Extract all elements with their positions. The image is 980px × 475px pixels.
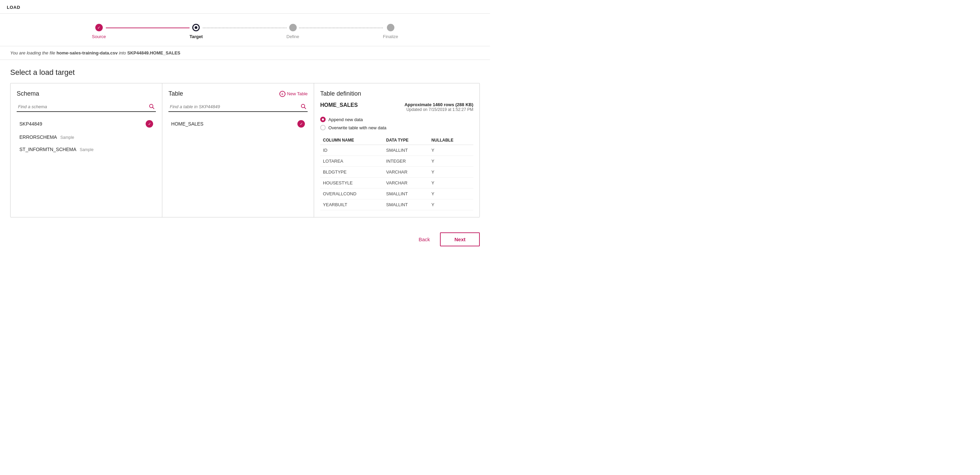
table-definition-title: Table definition [320,90,473,97]
back-button[interactable]: Back [413,234,435,245]
info-filename: home-sales-training-data.csv [56,50,118,56]
step-target-label: Target [189,34,203,39]
schema-search-icon [149,104,154,111]
svg-line-3 [305,107,306,108]
table-def-rows: Approximate 1460 rows (288 KB) [404,102,473,107]
radio-append-circle [320,117,326,122]
table-panel: Table + New Table HOME_SALES [162,83,314,217]
col-cell-type: SMALLINT [383,199,429,210]
stepper: ✓ Source Target Define Finalize [92,24,398,39]
step-target-dot [195,26,197,29]
table-row: BLDGTYPEVARCHARY [320,167,473,178]
col-cell-type: SMALLINT [383,145,429,156]
info-text-middle: into [118,50,127,56]
step-finalize: Finalize [383,24,398,39]
page-title: LOAD [7,5,20,10]
step-target: Target [189,24,203,39]
table-panel-title: Table [169,90,183,97]
table-definition-panel: Table definition HOME_SALES Approximate … [314,83,479,217]
col-cell-type: SMALLINT [383,189,429,199]
table-row: OVERALLCONDSMALLINTY [320,189,473,199]
col-cell-type: INTEGER [383,156,429,167]
table-search-container[interactable] [169,102,308,112]
schema-item-st-informtn-label: ST_INFORMTN_SCHEMA Sample [19,147,94,152]
table-panel-header: Table + New Table [169,90,308,97]
col-cell-name: HOUSESTYLE [320,178,383,189]
col-header-name: COLUMN NAME [320,136,383,145]
table-def-header: HOME_SALES Approximate 1460 rows (288 KB… [320,102,473,112]
col-cell-nullable: Y [429,156,473,167]
table-item-home-sales-label: HOME_SALES [171,121,204,127]
section-title: Select a load target [10,68,480,77]
step-finalize-circle [387,24,395,31]
step-line-1 [106,27,189,28]
info-bar: You are loading the file home-sales-trai… [0,46,490,60]
schema-panel: Schema SKP44849 ✓ ER [11,83,162,217]
footer-buttons: Back Next [0,226,490,253]
table-row: HOUSESTYLEVARCHARY [320,178,473,189]
table-row: IDSMALLINTY [320,145,473,156]
col-cell-name: BLDGTYPE [320,167,383,178]
step-target-circle [192,24,200,31]
radio-append[interactable]: Append new data [320,117,473,122]
svg-line-1 [153,107,154,108]
plus-icon: + [279,91,285,97]
step-source-label: Source [92,34,106,39]
step-define-circle [289,24,297,31]
new-table-button[interactable]: + New Table [279,91,308,97]
new-table-label: New Table [287,91,308,96]
table-row: YEARBUILTSMALLINTY [320,199,473,210]
col-header-nullable: NULLABLE [429,136,473,145]
col-cell-nullable: Y [429,145,473,156]
col-cell-name: OVERALLCOND [320,189,383,199]
schema-panel-header: Schema [17,90,156,97]
step-finalize-label: Finalize [383,34,398,39]
radio-overwrite-circle [320,125,326,130]
radio-overwrite[interactable]: Overwrite table with new data [320,125,473,130]
schema-item-errorschema-label: ERRORSCHEMA Sample [19,134,74,140]
stepper-container: ✓ Source Target Define Finalize [0,14,490,46]
load-options-group: Append new data Overwrite table with new… [320,117,473,130]
schema-search-input[interactable] [17,102,156,112]
step-define: Define [286,24,299,39]
columns-table: COLUMN NAME DATA TYPE NULLABLE IDSMALLIN… [320,136,473,210]
table-def-name: HOME_SALES [320,102,358,108]
table-item-home-sales-check: ✓ [298,120,305,128]
col-cell-type: VARCHAR [383,178,429,189]
radio-overwrite-label: Overwrite table with new data [328,125,387,130]
radio-append-label: Append new data [328,117,363,122]
schema-item-skp44849[interactable]: SKP44849 ✓ [17,117,156,131]
page-header: LOAD [0,0,490,14]
step-line-2 [203,27,286,28]
schema-item-st-informtn[interactable]: ST_INFORMTN_SCHEMA Sample [17,143,156,156]
info-text-prefix: You are loading the file [10,50,56,56]
schema-search-container[interactable] [17,102,156,112]
table-item-home-sales[interactable]: HOME_SALES ✓ [169,117,308,131]
table-row: LOTAREAINTEGERY [320,156,473,167]
next-button[interactable]: Next [440,232,480,246]
step-line-3 [299,27,383,28]
col-header-type: DATA TYPE [383,136,429,145]
schema-item-skp44849-label: SKP44849 [19,121,42,127]
schema-item-errorschema[interactable]: ERRORSCHEMA Sample [17,131,156,143]
col-cell-nullable: Y [429,178,473,189]
table-def-meta: Approximate 1460 rows (288 KB) Updated o… [404,102,473,112]
panel-container: Schema SKP44849 ✓ ER [10,83,480,218]
col-cell-type: VARCHAR [383,167,429,178]
schema-item-skp44849-check: ✓ [146,120,153,128]
table-search-icon [301,104,306,111]
step-define-label: Define [286,34,299,39]
col-cell-name: LOTAREA [320,156,383,167]
table-def-updated: Updated on 7/15/2019 at 1:52:27 PM [404,107,473,112]
step-source-circle: ✓ [95,24,103,31]
table-search-input[interactable] [169,102,308,112]
step-source: ✓ Source [92,24,106,39]
col-cell-nullable: Y [429,189,473,199]
col-cell-nullable: Y [429,199,473,210]
info-target: SKP44849.HOME_SALES [127,50,180,56]
col-cell-nullable: Y [429,167,473,178]
schema-panel-title: Schema [17,90,39,97]
check-icon: ✓ [97,25,100,30]
col-cell-name: ID [320,145,383,156]
main-content: Select a load target Schema SKP44849 [0,60,490,226]
